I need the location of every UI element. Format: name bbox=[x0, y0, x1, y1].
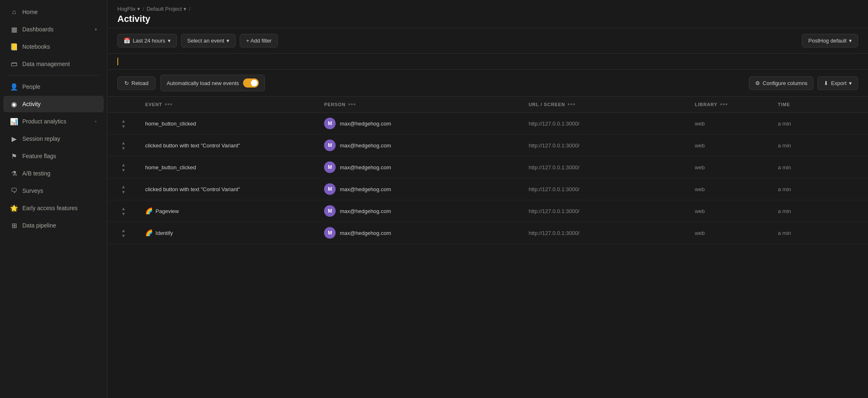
row-library-1: web bbox=[689, 135, 772, 156]
url-text-2: http://127.0.0.1:3000/ bbox=[529, 164, 579, 171]
sidebar-item-data-management[interactable]: 🗃Data management bbox=[3, 56, 104, 72]
event-name-2: home_button_clicked bbox=[145, 164, 196, 171]
auto-load-section: Automatically load new events bbox=[160, 75, 265, 91]
url-text-0: http://127.0.0.1:3000/ bbox=[529, 121, 579, 127]
avatar-0: M bbox=[324, 118, 336, 129]
row-person-4: Mmax@hedgehog.com bbox=[318, 200, 523, 222]
add-filter-label: + Add filter bbox=[246, 38, 272, 44]
row-url-5: http://127.0.0.1:3000/ bbox=[523, 222, 689, 244]
row-expand-2[interactable]: ▲▼ bbox=[107, 156, 139, 178]
time-text-1: a min bbox=[778, 142, 791, 149]
person-email-5: max@hedgehog.com bbox=[340, 230, 391, 236]
row-library-0: web bbox=[689, 113, 772, 135]
reload-button[interactable]: ↻ Reload bbox=[117, 76, 155, 90]
expand-arrows-0[interactable]: ▲▼ bbox=[113, 118, 134, 129]
search-cursor bbox=[117, 58, 118, 65]
sidebar-item-people[interactable]: 👤People bbox=[3, 78, 104, 95]
sidebar-item-session-replay[interactable]: ▶Session replay bbox=[3, 130, 104, 147]
reload-icon: ↻ bbox=[124, 80, 129, 86]
avatar-5: M bbox=[324, 227, 336, 239]
event-name-0: home_button_clicked bbox=[145, 121, 196, 127]
expand-arrows-4[interactable]: ▲▼ bbox=[113, 206, 134, 216]
sidebar-label-notebooks: Notebooks bbox=[22, 43, 97, 50]
add-filter-button[interactable]: + Add filter bbox=[240, 34, 278, 47]
row-expand-4[interactable]: ▲▼ bbox=[107, 200, 139, 222]
sidebar-label-session-replay: Session replay bbox=[22, 135, 97, 142]
row-time-3: a min bbox=[772, 178, 868, 200]
sidebar-label-dashboards: Dashboards bbox=[22, 26, 91, 33]
sidebar-icon-feature-flags: ⚑ bbox=[10, 152, 18, 160]
breadcrumb-hogflix[interactable]: HogFlix ▾ bbox=[117, 6, 140, 12]
time-filter-button[interactable]: 📅 Last 24 hours ▾ bbox=[117, 34, 177, 47]
table-row[interactable]: ▲▼🌈IdentifyMmax@hedgehog.comhttp://127.0… bbox=[107, 222, 868, 244]
posthog-default-button[interactable]: PostHog default ▾ bbox=[802, 34, 858, 47]
breadcrumb-sep-2: / bbox=[189, 6, 191, 12]
avatar-3: M bbox=[324, 183, 336, 195]
main-content: HogFlix ▾ / Default Project ▾ / Activity… bbox=[107, 0, 868, 398]
event-filter-button[interactable]: Select an event ▾ bbox=[181, 34, 236, 47]
row-event-3: clicked button with text "Control Varian… bbox=[139, 178, 318, 200]
row-url-2: http://127.0.0.1:3000/ bbox=[523, 156, 689, 178]
time-text-4: a min bbox=[778, 208, 791, 214]
row-library-4: web bbox=[689, 200, 772, 222]
time-text-2: a min bbox=[778, 164, 791, 171]
sidebar-item-data-pipeline[interactable]: ⊞Data pipeline bbox=[3, 217, 104, 234]
sidebar-item-early-access[interactable]: 🌟Early access features bbox=[3, 200, 104, 216]
table-header-row: EVENT ••• PERSON ••• URL / SCREEN bbox=[107, 97, 868, 113]
col-header-expand bbox=[107, 97, 139, 113]
col-header-person: PERSON ••• bbox=[318, 97, 523, 113]
breadcrumb: HogFlix ▾ / Default Project ▾ / bbox=[117, 6, 858, 12]
row-expand-5[interactable]: ▲▼ bbox=[107, 222, 139, 244]
col-library-options[interactable]: ••• bbox=[720, 101, 728, 108]
table-row[interactable]: ▲▼clicked button with text "Control Vari… bbox=[107, 135, 868, 156]
sidebar-icon-people: 👤 bbox=[10, 83, 18, 91]
row-expand-3[interactable]: ▲▼ bbox=[107, 178, 139, 200]
table-row[interactable]: ▲▼home_button_clickedMmax@hedgehog.comht… bbox=[107, 156, 868, 178]
table-row[interactable]: ▲▼clicked button with text "Control Vari… bbox=[107, 178, 868, 200]
col-event-options[interactable]: ••• bbox=[165, 101, 172, 108]
table-row[interactable]: ▲▼🌈PageviewMmax@hedgehog.comhttp://127.0… bbox=[107, 200, 868, 222]
expand-arrows-2[interactable]: ▲▼ bbox=[113, 162, 134, 173]
sidebar-item-product-analytics[interactable]: 📊Product analytics+ bbox=[3, 113, 104, 130]
sidebar-icon-surveys: 🗨 bbox=[10, 187, 18, 195]
col-url-options[interactable]: ••• bbox=[568, 101, 575, 108]
expand-arrows-3[interactable]: ▲▼ bbox=[113, 184, 134, 194]
export-button[interactable]: ⬇ Export ▾ bbox=[818, 76, 858, 90]
search-input-wrapper bbox=[117, 54, 858, 69]
sidebar-icon-home: ⌂ bbox=[10, 8, 18, 16]
breadcrumb-project[interactable]: Default Project ▾ bbox=[147, 6, 186, 12]
sidebar-icon-notebooks: 📒 bbox=[10, 43, 18, 51]
event-name-4: Pageview bbox=[155, 208, 179, 214]
table-row[interactable]: ▲▼home_button_clickedMmax@hedgehog.comht… bbox=[107, 113, 868, 135]
library-text-5: web bbox=[695, 230, 705, 236]
person-email-1: max@hedgehog.com bbox=[340, 142, 391, 149]
configure-columns-button[interactable]: ⚙ Configure columns bbox=[749, 76, 813, 90]
sidebar-item-notebooks[interactable]: 📒Notebooks bbox=[3, 38, 104, 55]
avatar-4: M bbox=[324, 205, 336, 217]
breadcrumb-project-label: Default Project bbox=[147, 6, 182, 12]
col-person-options[interactable]: ••• bbox=[348, 101, 356, 108]
row-url-0: http://127.0.0.1:3000/ bbox=[523, 113, 689, 135]
sidebar-chevron-dashboards: ▾ bbox=[95, 27, 97, 32]
configure-columns-label: Configure columns bbox=[763, 80, 807, 86]
rainbow-icon-5: 🌈 bbox=[145, 229, 153, 237]
expand-arrows-5[interactable]: ▲▼ bbox=[113, 228, 134, 238]
auto-load-toggle[interactable] bbox=[243, 78, 259, 88]
sidebar-plus-product-analytics[interactable]: + bbox=[95, 119, 97, 124]
sidebar-item-home[interactable]: ⌂Home bbox=[3, 4, 104, 20]
breadcrumb-project-chevron: ▾ bbox=[184, 6, 186, 12]
sidebar-item-surveys[interactable]: 🗨Surveys bbox=[3, 182, 104, 199]
action-bar-right: ⚙ Configure columns ⬇ Export ▾ bbox=[749, 76, 858, 90]
row-expand-1[interactable]: ▲▼ bbox=[107, 135, 139, 156]
row-expand-0[interactable]: ▲▼ bbox=[107, 113, 139, 135]
event-name-1: clicked button with text "Control Varian… bbox=[145, 142, 240, 149]
event-name-5: Identify bbox=[155, 230, 173, 236]
sidebar-item-ab-testing[interactable]: ⚗A/B testing bbox=[3, 165, 104, 182]
col-header-library: LIBRARY ••• bbox=[689, 97, 772, 113]
sidebar-item-activity[interactable]: ◉Activity bbox=[3, 96, 104, 112]
sidebar-item-feature-flags[interactable]: ⚑Feature flags bbox=[3, 148, 104, 164]
sidebar-item-dashboards[interactable]: ▦Dashboards▾ bbox=[3, 21, 104, 38]
row-person-2: Mmax@hedgehog.com bbox=[318, 156, 523, 178]
time-text-5: a min bbox=[778, 230, 791, 236]
expand-arrows-1[interactable]: ▲▼ bbox=[113, 140, 134, 151]
